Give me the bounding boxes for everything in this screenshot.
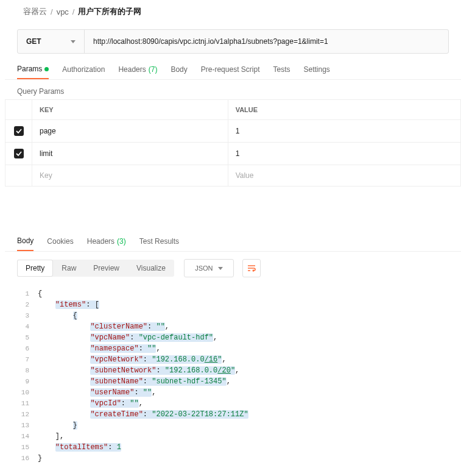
code-line: 6 "namespace": "", [17,343,461,354]
wrap-lines-button[interactable] [242,259,261,277]
params-table: KEY VALUE page 1 limit 1 Key Value [5,99,461,186]
code-line: 12 "createTime": "2022-03-22T18:27:11Z" [17,409,461,420]
url-bar: GET [17,29,449,54]
response-subbar: Pretty Raw Preview Visualize JSON [5,252,461,285]
code-line: 5 "vpcName": "vpc-default-hdf", [17,332,461,343]
tab-settings[interactable]: Settings [304,65,330,79]
method-select[interactable]: GET [18,30,85,53]
view-pretty[interactable]: Pretty [17,260,53,277]
code-line: 2 "items": [ [17,299,461,310]
table-row: limit 1 [5,143,461,165]
tab-headers[interactable]: Headers (7) [118,65,157,79]
url-input[interactable] [85,37,448,46]
code-line: 16} [17,453,461,464]
response-tabs: Body Cookies Headers (3) Test Results [5,229,461,252]
request-tabs: Params Authorization Headers (7) Body Pr… [5,54,461,80]
checkbox[interactable] [14,126,24,136]
param-value-input[interactable]: Value [228,165,460,186]
code-line: 15 "totalItems": 1 [17,442,461,453]
code-line: 13 } [17,420,461,431]
table-row: page 1 [5,120,461,143]
code-line: 9 "subnetName": "subnet-hdf-1345", [17,376,461,387]
chevron-down-icon [71,40,76,43]
tab-resp-test[interactable]: Test Results [139,236,179,251]
response-body[interactable]: 1{2 "items": [3 {4 "clusterName": "",5 "… [5,285,461,476]
tab-params[interactable]: Params [17,65,49,79]
param-value[interactable]: 1 [228,143,460,165]
code-line: 8 "subnetNetwork": "192.168.0.0/20", [17,365,461,376]
view-raw[interactable]: Raw [53,260,85,277]
code-line: 1{ [17,288,461,299]
code-line: 3 { [17,310,461,321]
tab-resp-body[interactable]: Body [17,236,33,251]
param-key-input[interactable]: Key [32,165,228,186]
tab-body[interactable]: Body [171,65,187,79]
view-mode-tabs: Pretty Raw Preview Visualize [17,260,174,277]
tab-tests[interactable]: Tests [273,65,290,79]
wrap-icon [247,263,256,273]
breadcrumb-item[interactable]: vpc [57,7,69,16]
view-preview[interactable]: Preview [85,260,128,277]
indicator-dot [44,67,49,71]
breadcrumb-active: 用户下所有的子网 [78,6,141,17]
code-line: 14 ], [17,431,461,442]
breadcrumb-sep: / [72,7,75,16]
breadcrumb-item[interactable]: 容器云 [23,6,47,17]
param-key[interactable]: limit [32,143,228,165]
param-value[interactable]: 1 [228,120,460,143]
tab-resp-headers[interactable]: Headers (3) [87,236,126,251]
breadcrumb-sep: / [51,7,53,16]
code-line: 11 "vpcId": "", [17,398,461,409]
col-value: VALUE [228,100,460,120]
tab-resp-cookies[interactable]: Cookies [47,236,73,251]
col-key: KEY [32,100,228,120]
view-visualize[interactable]: Visualize [128,260,174,277]
checkbox[interactable] [14,149,24,158]
code-line: 7 "vpcNetwork": "192.168.0.0/16", [17,354,461,365]
table-row-new: Key Value [5,165,461,186]
breadcrumb: 容器云 / vpc / 用户下所有的子网 [5,0,461,23]
tab-prerequest[interactable]: Pre-request Script [201,65,260,79]
tab-authorization[interactable]: Authorization [62,65,105,79]
query-params-label: Query Params [5,80,461,99]
param-key[interactable]: page [32,120,228,143]
chevron-down-icon [218,267,223,270]
code-line: 4 "clusterName": "", [17,321,461,332]
format-select[interactable]: JSON [184,259,234,277]
code-line: 10 "userName": "", [17,387,461,398]
method-label: GET [26,37,41,46]
